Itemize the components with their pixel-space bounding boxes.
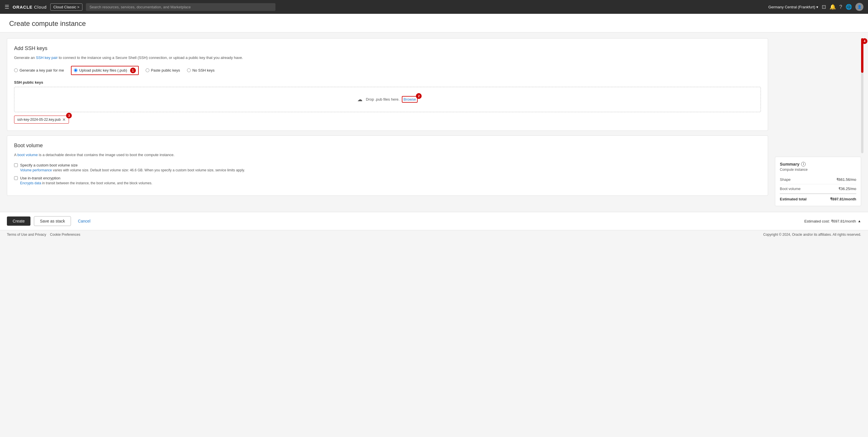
bell-icon[interactable]: 🔔 [830,4,836,10]
radio-upload[interactable]: Upload public key files (.pub) 1 [71,66,139,75]
top-navigation: ☰ ORACLE Cloud Cloud Classic > Germany C… [0,0,868,14]
summary-total-value: ₹697.81/month [830,197,856,201]
summary-card: Summary i Compute instance Shape ₹661.56… [775,157,861,206]
summary-subtitle: Compute instance [780,168,856,172]
radio-upload-input[interactable] [74,68,78,72]
cancel-button[interactable]: Cancel [74,216,94,226]
user-avatar[interactable]: 👤 [855,3,863,11]
transit-encryption-checkbox[interactable] [14,176,18,180]
transit-encryption-row: Use in-transit encryption Encrypts data … [14,176,761,185]
custom-boot-volume-label-group: Specify a custom boot volume size Volume… [20,163,245,172]
file-chip: ssh-key-2024-05-22.key.pub ✕ [14,116,69,124]
save-as-stack-button[interactable]: Save as stack [34,216,71,226]
footer-estimated-cost[interactable]: Estimated cost: ₹697.81/month ▲ [804,219,861,223]
radio-generate[interactable]: Generate a key pair for me [14,68,64,72]
step-badge-4: 4 [862,38,867,44]
radio-generate-label: Generate a key pair for me [20,68,64,72]
radio-upload-label: Upload public key files (.pub) [79,68,127,72]
page-footer-left: Terms of Use and Privacy Cookie Preferen… [7,233,80,237]
custom-boot-volume-sub-text: varies with volume size. Default boot vo… [53,168,245,172]
file-chip-close-button[interactable]: ✕ [62,117,66,122]
file-chip-wrapper: ssh-key-2024-05-22.key.pub ✕ 3 [14,116,69,124]
ssh-card-title: Add SSH keys [14,46,761,52]
globe-icon[interactable]: 🌐 [846,4,852,10]
drop-zone-inner: Drop .pub files here. Browse 2 [24,96,751,103]
browse-highlight: Browse [402,96,417,103]
transit-encryption-label[interactable]: Use in-transit encryption [20,176,60,180]
region-selector[interactable]: Germany Central (Frankfurt) ▾ [768,5,818,9]
boot-description: A boot volume is a detachable device tha… [14,152,761,158]
radio-no-ssh[interactable]: No SSH keys [187,68,215,72]
topnav-right: Germany Central (Frankfurt) ▾ ⊡ 🔔 ? 🌐 👤 [768,3,863,11]
custom-boot-volume-sub: Volume performance varies with volume si… [20,168,245,172]
summary-title: Summary [780,162,799,167]
transit-encryption-label-group: Use in-transit encryption Encrypts data … [20,176,152,185]
radio-no-ssh-input[interactable] [187,68,191,72]
ssh-key-pair-link[interactable]: SSH key pair [36,56,58,60]
ssh-description: Generate an SSH key pair to connect to t… [14,55,761,61]
boot-volume-card: Boot volume A boot volume is a detachabl… [7,136,768,196]
summary-boot-value: ₹36.25/mo [838,186,856,191]
summary-shape-key: Shape [780,177,791,182]
cookie-preferences-link[interactable]: Cookie Preferences [50,233,80,237]
volume-performance-link[interactable]: Volume performance [20,168,52,172]
cloud-upload-icon [357,96,364,103]
summary-boot-key: Boot volume [780,186,801,191]
summary-total-label: Estimated total [780,197,807,201]
step-badge-3: 3 [66,113,72,118]
radio-paste[interactable]: Paste public keys [146,68,180,72]
browse-link[interactable]: Browse [404,97,416,101]
summary-info-icon[interactable]: i [801,162,806,167]
boot-card-title: Boot volume [14,143,761,149]
radio-paste-label: Paste public keys [151,68,180,72]
estimated-cost-label: Estimated cost: ₹697.81/month [804,219,856,223]
radio-paste-input[interactable] [146,68,149,72]
step-badge-2: 2 [416,93,422,99]
scroll-indicator-wrapper: 4 [861,38,863,153]
search-input[interactable] [86,3,275,11]
ssh-keys-card: Add SSH keys Generate an SSH key pair to… [7,38,768,131]
help-icon[interactable]: ? [839,4,842,10]
page-footer-right: Copyright © 2024, Oracle and/or its affi… [763,233,861,237]
custom-boot-volume-row: Specify a custom boot volume size Volume… [14,163,761,172]
browse-wrapper: Browse 2 [402,97,417,101]
transit-encryption-sub-text: in transit between the instance, the boo… [42,181,153,185]
ssh-radio-group: Generate a key pair for me Upload public… [14,66,761,75]
radio-no-ssh-label: No SSH keys [192,68,215,72]
terms-link[interactable]: Terms of Use and Privacy [7,233,46,237]
right-panel: 4 Summary i Compute instance Shape ₹661.… [775,38,861,206]
left-panel: Add SSH keys Generate an SSH key pair to… [7,38,768,206]
custom-boot-volume-label[interactable]: Specify a custom boot volume size [20,163,78,167]
custom-boot-volume-checkbox[interactable] [14,163,18,167]
cloud-classic-button[interactable]: Cloud Classic > [50,3,83,11]
summary-row-shape: Shape ₹661.56/mo [780,175,856,184]
scroll-indicator[interactable]: 4 [861,38,863,153]
oracle-logo: ORACLE Cloud [13,5,47,9]
file-chip-label: ssh-key-2024-05-22.key.pub [17,118,61,122]
page-footer: Terms of Use and Privacy Cookie Preferen… [0,230,868,239]
radio-generate-input[interactable] [14,68,18,72]
hamburger-menu-icon[interactable]: ☰ [5,4,9,10]
page-title: Create compute instance [9,20,859,28]
main-content: Add SSH keys Generate an SSH key pair to… [0,32,868,212]
summary-header: Summary i [780,162,856,167]
boot-volume-link[interactable]: boot volume [18,153,38,157]
step-badge-1: 1 [130,67,136,73]
ssh-drop-zone[interactable]: Drop .pub files here. Browse 2 [14,87,761,112]
terminal-icon[interactable]: ⊡ [822,4,826,10]
encrypts-data-link[interactable]: Encrypts data [20,181,41,185]
summary-row-boot-volume: Boot volume ₹36.25/mo [780,184,856,194]
ssh-section-label: SSH public keys [14,80,761,85]
transit-encryption-sub: Encrypts data in transit between the ins… [20,181,152,185]
footer-actions: Create Save as stack Cancel Estimated co… [0,212,868,230]
create-button[interactable]: Create [7,216,30,226]
summary-shape-value: ₹661.56/mo [836,177,856,182]
drop-zone-text: Drop .pub files here. [366,97,400,101]
chevron-up-icon: ▲ [858,219,861,223]
page-header: Create compute instance [0,14,868,32]
summary-total-row: Estimated total ₹697.81/month [780,194,856,201]
